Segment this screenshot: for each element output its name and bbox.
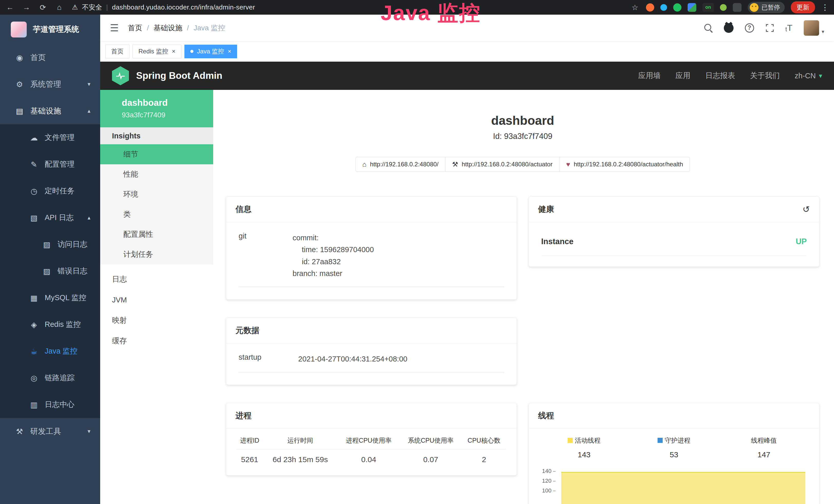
sba-nav-applications[interactable]: 应用 xyxy=(676,71,690,81)
github-icon[interactable] xyxy=(724,23,733,33)
extension-icon-drop[interactable] xyxy=(660,4,667,11)
sidebar-item-api-logs[interactable]: ▧ API 日志 ▴ xyxy=(0,204,100,231)
close-icon[interactable]: × xyxy=(172,48,175,54)
sidebar-item-error-logs[interactable]: ▨ 错误日志 xyxy=(0,258,100,284)
active-tab-dot xyxy=(190,50,193,53)
document-icon: ▨ xyxy=(42,240,52,249)
link-actuator-url[interactable]: ⚒ http://192.168.0.2:48080/actuator xyxy=(445,157,559,172)
sba-nav-about[interactable]: 关于我们 xyxy=(750,71,780,81)
sidebar-item-java-monitor[interactable]: ☕ Java 监控 xyxy=(0,338,100,365)
sba-item-config-props[interactable]: 配置属性 xyxy=(100,224,213,245)
sidebar-item-system[interactable]: ⚙ 系统管理 ▾ xyxy=(0,71,100,97)
sidebar-item-label: 错误日志 xyxy=(58,266,87,276)
sba-nav-journal[interactable]: 日志报表 xyxy=(705,71,735,81)
sba-item-metrics[interactable]: 性能 xyxy=(100,164,213,184)
caret-down-icon: ▾ xyxy=(822,28,824,35)
sidebar-item-label: 文件管理 xyxy=(45,133,74,143)
link-url: http://192.168.0.2:48080/ xyxy=(370,161,438,168)
sba-brand-title[interactable]: Spring Boot Admin xyxy=(136,70,222,81)
sidebar-item-dev-tools[interactable]: ⚒ 研发工具 ▾ xyxy=(0,418,100,445)
forward-icon[interactable]: → xyxy=(22,3,31,12)
app-logo-row[interactable]: 芋道管理系统 xyxy=(0,15,100,44)
sba-item-environment[interactable]: 环境 xyxy=(100,184,213,204)
extension-icon-grid[interactable] xyxy=(687,3,696,12)
link-url: http://192.168.0.2:48080/actuator/health xyxy=(574,161,683,168)
tags-view-bar: 首页 Redis 监控 × Java 监控 × xyxy=(100,41,834,62)
sba-item-details[interactable]: 细节 xyxy=(100,144,213,164)
sidebar-item-tracing[interactable]: ◎ 链路追踪 xyxy=(0,365,100,391)
fullscreen-icon[interactable] xyxy=(765,24,774,32)
update-button[interactable]: 更新 xyxy=(791,1,815,13)
sba-item-jvm[interactable]: JVM xyxy=(100,290,213,310)
eye-icon: ◎ xyxy=(29,373,39,383)
back-icon[interactable]: ← xyxy=(5,3,15,12)
sidebar-item-redis-monitor[interactable]: ◈ Redis 监控 xyxy=(0,311,100,338)
browser-menu-icon[interactable]: ⋮ xyxy=(821,3,829,12)
tab-redis-monitor[interactable]: Redis 监控 × xyxy=(133,45,181,58)
legend-square-live xyxy=(568,438,573,443)
chevron-down-icon: ▾ xyxy=(88,428,90,435)
metadata-card: 元数据 startup 2021-04-27T00:44:31.254+08:0… xyxy=(226,318,517,385)
hamburger-icon[interactable]: ☰ xyxy=(110,22,119,33)
process-card: 进程 进程ID 运行时间 进程CPU使用率 系统C xyxy=(226,403,517,476)
close-icon[interactable]: × xyxy=(227,48,231,54)
sba-item-classes[interactable]: 类 xyxy=(100,204,213,224)
font-size-icon[interactable] xyxy=(786,23,792,33)
address-bar[interactable]: ⚠ 不安全 | dashboard.yudao.iocoder.cn/infra… xyxy=(72,3,627,12)
search-icon[interactable] xyxy=(704,24,712,32)
sidebar-item-config-management[interactable]: ✎ 配置管理 xyxy=(0,151,100,178)
profile-paused-badge[interactable]: 已暂停 xyxy=(748,2,785,13)
sidebar-item-log-center[interactable]: ▥ 日志中心 xyxy=(0,391,100,418)
breadcrumb-home[interactable]: 首页 xyxy=(128,23,142,33)
bookmark-star-icon[interactable]: ☆ xyxy=(630,3,640,12)
tools-icon: ⚒ xyxy=(14,427,25,436)
threads-peak-value: 147 xyxy=(719,450,809,459)
extension-icon-fox[interactable] xyxy=(646,3,654,12)
help-icon[interactable] xyxy=(745,23,754,32)
process-col-uptime: 运行时间 xyxy=(263,436,338,450)
page-subtitle: Id: 93a3fc7f7409 xyxy=(226,132,819,141)
sba-sidebar: dashboard 93a3fc7f7409 Insights 细节 性能 环境… xyxy=(100,90,213,504)
info-card-title: 信息 xyxy=(236,204,251,215)
extension-icon-green[interactable] xyxy=(673,3,681,12)
security-label[interactable]: 不安全 xyxy=(82,3,102,12)
sba-nav-wallboard[interactable]: 应用墙 xyxy=(638,71,661,81)
sba-item-logs[interactable]: 日志 xyxy=(100,269,213,290)
extensions-puzzle-icon[interactable] xyxy=(733,3,742,12)
document-icon: ▨ xyxy=(42,267,52,276)
sba-item-caches[interactable]: 缓存 xyxy=(100,331,213,351)
threads-card: 线程 活动线程 143 xyxy=(529,403,819,504)
health-instance-row[interactable]: Instance UP xyxy=(541,237,807,256)
sidebar-item-file-management[interactable]: ☁ 文件管理 xyxy=(0,124,100,151)
sidebar-item-scheduled-jobs[interactable]: ◷ 定时任务 xyxy=(0,178,100,204)
breadcrumb-separator: / xyxy=(147,24,149,32)
link-health-url[interactable]: ♥ http://192.168.0.2:48080/actuator/heal… xyxy=(559,157,690,172)
sidebar-item-home[interactable]: ◉ 首页 xyxy=(0,44,100,71)
user-menu[interactable]: ▾ xyxy=(804,20,824,36)
info-key: git xyxy=(239,232,292,280)
browser-home-icon[interactable]: ⌂ xyxy=(54,3,64,12)
instance-header[interactable]: dashboard 93a3fc7f7409 xyxy=(100,90,213,127)
tab-home[interactable]: 首页 xyxy=(105,45,129,58)
locale-selector[interactable]: zh-CN ▾ xyxy=(795,72,822,80)
sidebar-item-label: Java 监控 xyxy=(45,346,77,357)
link-home-url[interactable]: ⌂ http://192.168.0.2:48080/ xyxy=(355,157,446,172)
sidebar-item-infrastructure[interactable]: ▤ 基础设施 ▴ xyxy=(0,97,100,124)
breadcrumb-infrastructure[interactable]: 基础设施 xyxy=(154,23,182,33)
sidebar-item-access-logs[interactable]: ▨ 访问日志 xyxy=(0,231,100,258)
tab-java-monitor[interactable]: Java 监控 × xyxy=(184,45,237,58)
history-icon[interactable]: ↺ xyxy=(803,204,810,214)
url-text[interactable]: dashboard.yudao.iocoder.cn/infra/admin-s… xyxy=(112,3,255,11)
metadata-startup-row: startup 2021-04-27T00:44:31.254+08:00 xyxy=(239,353,504,372)
document-icon: ▧ xyxy=(29,213,39,222)
chevron-down-icon: ▾ xyxy=(819,72,822,80)
sba-item-scheduled-tasks[interactable]: 计划任务 xyxy=(100,245,213,265)
extension-icon-on-badge[interactable]: on xyxy=(702,3,714,12)
tab-label: 首页 xyxy=(111,47,124,55)
reload-icon[interactable]: ⟳ xyxy=(38,3,48,12)
sidebar-item-mysql-monitor[interactable]: ▦ MySQL 监控 xyxy=(0,284,100,311)
sba-item-mappings[interactable]: 映射 xyxy=(100,310,213,331)
threads-live-value: 143 xyxy=(539,450,629,459)
extension-icon-leaf[interactable] xyxy=(720,4,727,11)
process-sys-cpu-value: 0.07 xyxy=(400,449,462,464)
